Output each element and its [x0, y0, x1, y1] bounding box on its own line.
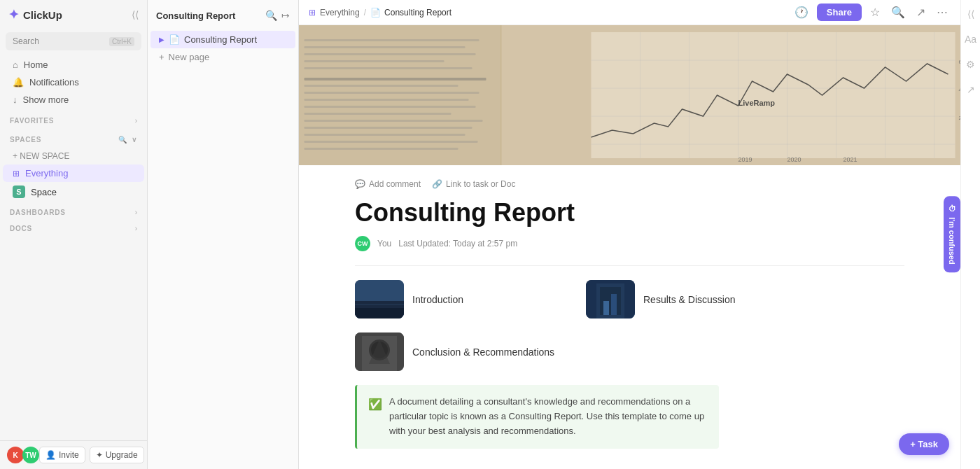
- avatar-k: K: [7, 447, 24, 463]
- new-space-button[interactable]: + NEW SPACE: [3, 148, 144, 164]
- svg-text:LiveRamp: LiveRamp: [738, 99, 776, 107]
- right-settings-icon[interactable]: ⚙: [963, 56, 978, 73]
- sidebar-item-show-more[interactable]: ↓ Show more: [3, 91, 144, 108]
- doc-card-results[interactable]: Results & Discussion: [586, 280, 803, 318]
- search-bar[interactable]: Search Ctrl+K: [6, 32, 141, 50]
- comment-icon: 💬: [355, 179, 365, 189]
- svg-rect-17: [304, 141, 478, 143]
- home-icon: ⌂: [13, 59, 18, 70]
- arrow-down-icon: ↓: [13, 94, 18, 105]
- svg-text:2021: 2021: [844, 156, 858, 163]
- doc-card-label-conclusion: Conclusion & Recommendations: [412, 346, 554, 358]
- link-label: Link to task or Doc: [446, 179, 515, 189]
- bell-icon: 🔔: [13, 77, 24, 88]
- invite-button[interactable]: 👤 Invite: [39, 447, 85, 463]
- invite-label: Invite: [59, 450, 79, 460]
- doc-search-icon[interactable]: 🔍: [265, 10, 277, 21]
- confused-label: I'm confused: [948, 217, 956, 264]
- dashboards-label: DASHBOARDS: [10, 209, 66, 216]
- new-page-button[interactable]: + New page: [150, 48, 295, 66]
- dashboards-section[interactable]: DASHBOARDS ›: [0, 203, 147, 219]
- main-content: ⊞ Everything / 📄 Consulting Report 🕐 Sha…: [299, 0, 960, 469]
- doc-tree-item-consulting-report[interactable]: ▶ 📄 Consulting Report: [150, 31, 295, 48]
- favorites-label: FAVORITES: [10, 117, 54, 125]
- author-avatar: CW: [355, 236, 370, 251]
- svg-rect-12: [304, 106, 476, 108]
- right-collapse-icon[interactable]: ⟨⟨: [965, 6, 977, 22]
- sidebar-item-label: Notifications: [29, 77, 79, 88]
- doc-file-icon: 📄: [169, 34, 180, 45]
- sidebar-item-everything[interactable]: ⊞ Everything: [3, 164, 144, 182]
- svg-rect-11: [304, 99, 469, 101]
- clock-icon[interactable]: 🕐: [792, 3, 811, 22]
- svg-rect-6: [304, 60, 444, 62]
- top-bar: ⊞ Everything / 📄 Consulting Report 🕐 Sha…: [299, 0, 960, 25]
- docs-label: DOCS: [10, 225, 32, 232]
- sidebar-item-label: Show more: [23, 94, 69, 105]
- left-sidebar: ✦ ClickUp ⟨⟨ Search Ctrl+K ⌂ Home 🔔 Noti…: [0, 0, 148, 469]
- svg-rect-2: [500, 25, 502, 165]
- docs-chevron-icon: ›: [135, 225, 137, 232]
- sidebar-collapse-button[interactable]: ⟨⟨: [132, 9, 139, 20]
- upgrade-button[interactable]: ✦ Upgrade: [90, 447, 144, 463]
- last-updated: Last Updated: Today at 2:57 pm: [398, 239, 517, 248]
- spaces-chevron-icon[interactable]: ∨: [132, 136, 137, 144]
- tree-chevron-icon: ▶: [159, 36, 164, 43]
- spaces-section-header: SPACES 🔍 ∨: [0, 130, 147, 146]
- star-icon[interactable]: ☆: [867, 3, 883, 22]
- svg-rect-46: [600, 287, 621, 315]
- breadcrumb-doc: Consulting Report: [384, 8, 451, 18]
- link-button[interactable]: 🔗 Link to task or Doc: [432, 179, 515, 189]
- plus-icon: +: [159, 52, 164, 62]
- sidebar-item-space[interactable]: S Space: [3, 182, 144, 202]
- svg-rect-48: [611, 294, 617, 315]
- intro-image: [355, 280, 404, 318]
- new-space-label: + NEW SPACE: [13, 151, 69, 161]
- clickup-logo[interactable]: ✦ ClickUp: [8, 7, 62, 22]
- export-icon[interactable]: ↗: [913, 3, 928, 22]
- results-image: [586, 280, 635, 318]
- confused-button[interactable]: ⏱ I'm confused: [944, 196, 960, 272]
- conclusion-image: [355, 332, 404, 371]
- grid-icon: ⊞: [13, 169, 20, 178]
- svg-text:200: 200: [959, 115, 961, 121]
- doc-tree: ▶ 📄 Consulting Report + New page: [148, 28, 298, 69]
- right-share-icon[interactable]: ↗: [964, 81, 978, 98]
- spaces-search-icon[interactable]: 🔍: [118, 136, 127, 144]
- more-icon[interactable]: ⋯: [934, 3, 951, 22]
- doc-card-img-results: [586, 280, 635, 318]
- doc-divider: [355, 265, 904, 266]
- docs-section[interactable]: DOCS ›: [0, 219, 147, 235]
- doc-card-introduction[interactable]: Introduction: [355, 280, 572, 318]
- svg-rect-42: [355, 308, 404, 318]
- doc-tree-label: Consulting Report: [184, 34, 287, 45]
- top-bar-actions: 🕐 Share ☆ 🔍 ↗ ⋯: [792, 3, 951, 22]
- doc-panel-title: Consulting Report: [156, 10, 235, 21]
- search-placeholder: Search: [13, 36, 39, 46]
- breadcrumb-current: 📄 Consulting Report: [370, 8, 451, 18]
- svg-text:2020: 2020: [788, 156, 802, 163]
- confused-icon: ⏱: [948, 204, 956, 213]
- doc-panel-menu-icon[interactable]: ↦: [281, 10, 290, 21]
- sidebar-item-notifications[interactable]: 🔔 Notifications: [3, 74, 144, 91]
- breadcrumb-space[interactable]: Everything: [320, 8, 360, 18]
- favorites-section[interactable]: FAVORITES ›: [0, 111, 147, 127]
- share-button[interactable]: Share: [817, 4, 862, 21]
- conclusion-svg: [355, 332, 404, 371]
- right-tools: ⟨⟨ Aa ⚙ ↗: [960, 0, 980, 469]
- spaces-actions: 🔍 ∨: [118, 136, 137, 144]
- sidebar-item-home[interactable]: ⌂ Home: [3, 56, 144, 74]
- space-label: Everything: [25, 168, 68, 178]
- add-comment-button[interactable]: 💬 Add comment: [355, 179, 421, 189]
- upgrade-label: Upgrade: [106, 450, 138, 460]
- hero-banner: 2019 2020 2021 LiveRamp 600 400 200 9.24…: [299, 25, 960, 165]
- svg-rect-14: [304, 120, 483, 122]
- doc-info-text: A document detailing a consultant's know…: [389, 395, 708, 438]
- doc-card-conclusion[interactable]: Conclusion & Recommendations: [355, 332, 572, 371]
- doc-card-label-results: Results & Discussion: [643, 294, 736, 305]
- svg-rect-9: [304, 85, 458, 87]
- right-text-icon[interactable]: Aa: [962, 31, 979, 48]
- search-icon[interactable]: 🔍: [888, 3, 908, 22]
- task-fab-button[interactable]: + Task: [899, 433, 949, 455]
- breadcrumb-grid-icon: ⊞: [309, 8, 316, 18]
